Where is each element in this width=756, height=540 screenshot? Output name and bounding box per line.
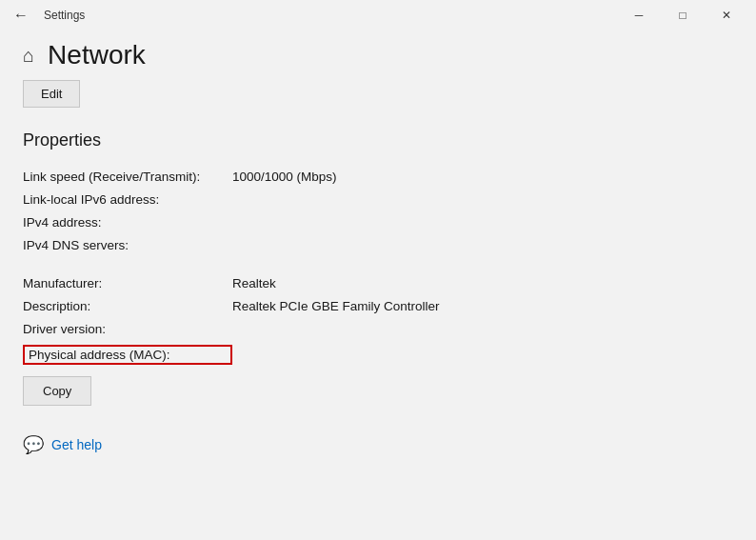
titlebar-title: Settings <box>44 9 85 22</box>
properties-group-1: Link speed (Receive/Transmit): 1000/1000… <box>23 166 733 257</box>
property-label-dns: IPv4 DNS servers: <box>23 238 232 252</box>
help-icon: 💬 <box>23 434 44 455</box>
page-header: ⌂ Network <box>23 30 733 70</box>
property-label-ipv6: Link-local IPv6 address: <box>23 192 232 207</box>
property-value-manufacturer: Realtek <box>232 276 276 290</box>
property-value-description: Realtek PCIe GBE Family Controller <box>232 299 440 313</box>
property-row-dns: IPv4 DNS servers: <box>23 234 733 257</box>
titlebar-left: ← Settings <box>8 3 85 28</box>
home-icon: ⌂ <box>23 45 34 67</box>
property-row-driver: Driver version: <box>23 318 733 341</box>
property-label-mac: Physical address (MAC): <box>23 345 232 365</box>
properties-section-title: Properties <box>23 130 733 150</box>
settings-window: ← Settings ─ □ ✕ ⌂ Network Edit Properti… <box>0 0 756 540</box>
get-help-label: Get help <box>51 437 102 452</box>
property-row-mac: Physical address (MAC): <box>23 341 733 369</box>
maximize-button[interactable]: □ <box>661 0 705 30</box>
minimize-button[interactable]: ─ <box>617 0 661 30</box>
property-row-ipv6: Link-local IPv6 address: <box>23 189 733 211</box>
properties-group-2: Manufacturer: Realtek Description: Realt… <box>23 272 733 369</box>
edit-button[interactable]: Edit <box>23 80 80 108</box>
spacer-1 <box>23 257 733 272</box>
page-title: Network <box>48 40 146 70</box>
get-help-link[interactable]: 💬 Get help <box>23 434 733 455</box>
property-row-link-speed: Link speed (Receive/Transmit): 1000/1000… <box>23 166 733 189</box>
property-label-manufacturer: Manufacturer: <box>23 276 232 290</box>
property-label-description: Description: <box>23 299 232 313</box>
property-row-ipv4: IPv4 address: <box>23 211 733 234</box>
property-value-link-speed: 1000/1000 (Mbps) <box>232 170 337 184</box>
property-label-ipv4: IPv4 address: <box>23 215 232 230</box>
titlebar: ← Settings ─ □ ✕ <box>0 0 756 30</box>
copy-button[interactable]: Copy <box>23 376 91 406</box>
property-row-description: Description: Realtek PCIe GBE Family Con… <box>23 295 733 318</box>
main-content: ⌂ Network Edit Properties Link speed (Re… <box>0 30 756 540</box>
property-label-driver: Driver version: <box>23 322 232 336</box>
back-button[interactable]: ← <box>8 3 34 28</box>
titlebar-controls: ─ □ ✕ <box>617 0 748 30</box>
property-row-manufacturer: Manufacturer: Realtek <box>23 272 733 295</box>
close-button[interactable]: ✕ <box>705 0 748 30</box>
property-label-link-speed: Link speed (Receive/Transmit): <box>23 170 232 184</box>
